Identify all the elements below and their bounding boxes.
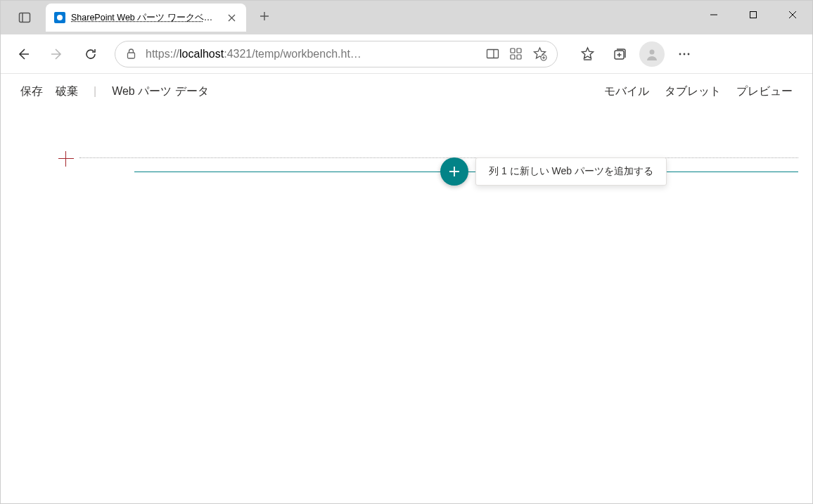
workbench-page: 保存 破棄 | Web パーツ データ モバイル タブレット プレビュー 列 1… (1, 74, 812, 503)
svg-point-16 (679, 53, 681, 55)
refresh-button[interactable] (75, 39, 106, 70)
svg-rect-5 (128, 53, 135, 58)
close-tab-icon[interactable] (225, 11, 238, 24)
svg-rect-8 (511, 49, 515, 53)
forward-button (41, 39, 72, 70)
svg-rect-4 (750, 12, 757, 18)
section-divider (79, 157, 798, 158)
workbench-toolbar: 保存 破棄 | Web パーツ データ モバイル タブレット プレビュー (1, 74, 812, 109)
profile-button[interactable] (636, 39, 667, 70)
browser-toolbar: https://localhost:4321/temp/workbench.ht… (1, 34, 812, 74)
url-text: https://localhost:4321/temp/workbench.ht… (146, 48, 480, 60)
favorite-add-icon[interactable] (532, 46, 547, 61)
discard-button[interactable]: 破棄 (56, 84, 78, 99)
svg-rect-11 (517, 55, 521, 59)
close-window-button[interactable] (773, 1, 812, 29)
webpart-data-button[interactable]: Web パーツ データ (112, 84, 209, 99)
tab-actions-icon[interactable] (12, 5, 37, 30)
add-webpart-button[interactable] (440, 157, 468, 186)
collections-icon[interactable] (604, 39, 635, 70)
new-tab-button[interactable] (253, 5, 276, 27)
sharepoint-icon (54, 12, 65, 23)
tab-title: SharePoint Web パーツ ワークベンチ (71, 12, 219, 24)
save-button[interactable]: 保存 (20, 84, 43, 99)
svg-rect-6 (487, 50, 499, 58)
add-section-icon[interactable] (58, 151, 74, 167)
minimize-button[interactable] (694, 1, 734, 29)
preview-button[interactable]: プレビュー (736, 84, 793, 99)
maximize-button[interactable] (734, 1, 773, 29)
back-button[interactable] (8, 39, 39, 70)
browser-titlebar: SharePoint Web パーツ ワークベンチ (1, 1, 812, 34)
reader-icon[interactable] (486, 46, 499, 61)
browser-tab[interactable]: SharePoint Web パーツ ワークベンチ (46, 4, 246, 32)
svg-point-18 (688, 53, 690, 55)
separator: | (94, 85, 96, 98)
svg-rect-0 (20, 13, 30, 22)
add-webpart-tooltip: 列 1 に新しい Web パーツを追加する (475, 157, 667, 186)
address-bar[interactable]: https://localhost:4321/temp/workbench.ht… (115, 41, 558, 67)
profile-avatar-icon (639, 41, 665, 67)
svg-point-2 (57, 15, 63, 20)
svg-rect-9 (517, 49, 521, 53)
svg-point-17 (684, 53, 686, 55)
svg-rect-10 (511, 55, 515, 59)
more-icon[interactable] (669, 39, 700, 70)
site-info-icon[interactable] (125, 48, 137, 60)
app-grid-icon[interactable] (509, 46, 523, 61)
mobile-button[interactable]: モバイル (604, 84, 649, 99)
tablet-button[interactable]: タブレット (665, 84, 721, 99)
tooltip-text: 列 1 に新しい Web パーツを追加する (489, 165, 653, 178)
svg-point-15 (650, 49, 655, 54)
favorites-icon[interactable] (572, 39, 603, 70)
